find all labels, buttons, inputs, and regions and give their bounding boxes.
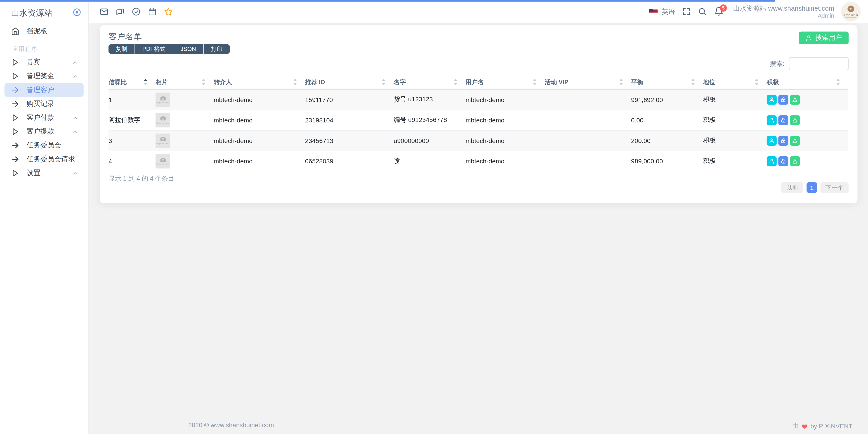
col-header-name[interactable]: 名字	[394, 75, 465, 89]
view-user-button[interactable]	[767, 136, 777, 145]
lock-user-button[interactable]	[778, 156, 788, 166]
notifications-bell[interactable]: 5	[714, 6, 724, 17]
cell-name: 喷	[394, 151, 465, 171]
user-menu[interactable]: 山水资源站 www.shanshuinet.com Admin	[733, 4, 834, 19]
pagination-prev-button[interactable]: 以前	[781, 182, 803, 193]
sidebar-item-manage-customers[interactable]: 管理客户	[4, 83, 84, 97]
sidebar-item-vip[interactable]: 贵宾	[4, 55, 84, 69]
warning-button[interactable]	[790, 156, 800, 166]
user-icon	[769, 117, 774, 123]
cell-name: u900000000	[394, 131, 465, 151]
photo-placeholder: Image not found	[156, 92, 170, 107]
sidebar-item-customer-payments[interactable]: 客户付款	[4, 111, 84, 125]
search-user-button[interactable]: 搜索用户	[799, 32, 848, 45]
cell-sn: 1	[108, 89, 156, 110]
star-icon[interactable]	[164, 7, 173, 16]
sidebar-item-manage-bonus[interactable]: 管理奖金	[4, 69, 84, 83]
sidebar-item-label: 任务委员会	[27, 141, 61, 150]
search-label: 搜索:	[770, 59, 784, 68]
sort-icons	[619, 78, 623, 86]
triangle-icon	[792, 117, 798, 123]
view-user-button[interactable]	[767, 94, 777, 105]
col-header-actions[interactable]: 积极	[767, 75, 848, 89]
pagination-page-1-button[interactable]: 1	[807, 182, 817, 193]
pagination: 以前 1 下一个	[781, 182, 849, 193]
col-header-sn[interactable]: 信噪比	[108, 75, 156, 89]
chevron-up-icon	[72, 59, 78, 65]
lock-user-button[interactable]	[778, 115, 788, 125]
table-row: 3Image not foundmbtech-demo23456713u9000…	[108, 131, 848, 151]
caret-right-icon	[11, 58, 20, 66]
cell-balance: 991,692.00	[631, 89, 703, 110]
sidebar-item-task-committee[interactable]: 任务委员会	[4, 139, 84, 152]
cell-referral: mbtech-demo	[214, 151, 305, 171]
sidebar-item-dashboard[interactable]: 挡泥板	[4, 24, 84, 38]
chevron-up-icon	[72, 170, 78, 176]
mail-icon[interactable]	[100, 7, 108, 16]
col-header-vip[interactable]: 活动 VIP	[545, 75, 631, 89]
view-user-button[interactable]	[767, 156, 777, 166]
triangle-icon	[792, 97, 798, 102]
camera-icon	[160, 137, 166, 141]
sidebar-item-settings[interactable]: 设置	[4, 166, 84, 180]
caret-right-icon	[11, 72, 20, 80]
col-header-status[interactable]: 地位	[703, 75, 767, 89]
cell-photo: Image not found	[156, 131, 214, 151]
col-header-photo[interactable]: 相片	[156, 75, 214, 89]
chevron-up-icon	[72, 73, 78, 79]
pagination-next-button[interactable]: 下一个	[820, 182, 848, 193]
check-circle-icon[interactable]	[132, 7, 141, 16]
sort-icons	[755, 78, 759, 86]
table-search-input[interactable]	[789, 57, 848, 70]
customers-table: 信噪比 相片 转介人 推荐 ID 名字 用户名 活动 VIP 平衡 地位 积极 …	[108, 75, 848, 171]
sidebar-menu: 挡泥板 应用程序 贵宾 管理奖金	[0, 24, 88, 180]
col-header-username[interactable]: 用户名	[466, 75, 545, 89]
sort-icons	[836, 78, 840, 86]
camera-icon	[160, 157, 166, 162]
caret-right-icon	[11, 127, 20, 136]
sidebar-item-customer-withdrawals[interactable]: 客户提款	[4, 125, 84, 139]
col-header-referral[interactable]: 转介人	[214, 75, 305, 89]
arrow-right-icon	[11, 155, 20, 164]
sidebar-pin-icon[interactable]	[72, 8, 81, 17]
language-switcher[interactable]: 英语	[649, 7, 675, 17]
cell-ref-id: 15911770	[305, 89, 394, 110]
pdf-button[interactable]: PDF格式	[134, 45, 173, 54]
cell-balance: 200.00	[631, 131, 703, 151]
navbar-right: 英语 5 山水资源站 www.shanshuinet.com Admin 山水网…	[649, 0, 860, 23]
warning-button[interactable]	[790, 136, 800, 145]
triangle-icon	[792, 138, 798, 143]
arrow-right-icon	[11, 141, 20, 150]
lock-user-button[interactable]	[778, 136, 788, 145]
col-header-ref-id[interactable]: 推荐 ID	[305, 75, 394, 89]
user-icon	[769, 138, 774, 143]
col-header-balance[interactable]: 平衡	[631, 75, 703, 89]
chat-icon[interactable]	[116, 7, 125, 16]
camera-icon	[160, 95, 166, 100]
table-header-row: 信噪比 相片 转介人 推荐 ID 名字 用户名 活动 VIP 平衡 地位 积极	[108, 75, 848, 89]
warning-button[interactable]	[790, 115, 800, 125]
calendar-icon[interactable]	[148, 7, 157, 16]
lock-icon	[780, 117, 786, 123]
cell-photo: Image not found	[156, 89, 214, 110]
fullscreen-icon[interactable]	[682, 7, 691, 16]
cell-balance: 989,000.00	[631, 151, 703, 171]
search-icon[interactable]	[698, 7, 707, 16]
cell-username: mbtech-demo	[466, 110, 545, 131]
cell-status: 积极	[703, 110, 767, 131]
sidebar-item-task-committee-requests[interactable]: 任务委员会请求	[4, 152, 84, 166]
cell-referral: mbtech-demo	[214, 131, 305, 151]
sidebar-section-label: 应用程序	[4, 45, 84, 53]
cell-name: 货号 u123123	[394, 89, 465, 110]
lock-user-button[interactable]	[778, 94, 788, 105]
view-user-button[interactable]	[767, 115, 777, 125]
print-button[interactable]: 打印	[203, 45, 230, 54]
sidebar-item-purchase-records[interactable]: 购买记录	[4, 97, 84, 111]
cell-sn: 阿拉伯数字	[108, 110, 156, 131]
cell-status: 积极	[703, 151, 767, 171]
avatar[interactable]: 山水网络科技	[841, 2, 860, 21]
json-button[interactable]: JSON	[173, 45, 203, 54]
sidebar-item-label: 客户付款	[27, 113, 54, 123]
copy-button[interactable]: 复制	[108, 45, 134, 54]
warning-button[interactable]	[790, 94, 800, 105]
